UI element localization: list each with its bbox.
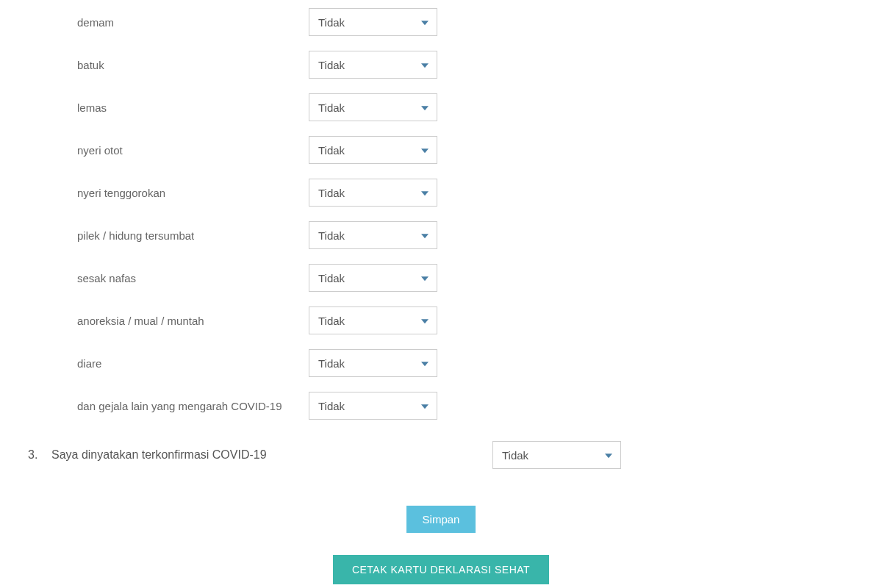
- select-wrap: Tidak: [309, 264, 437, 292]
- select-wrap: Tidak: [309, 306, 437, 334]
- symptom-select-nyeri-tenggorokan[interactable]: Tidak: [309, 179, 437, 207]
- symptom-row-nyeri-tenggorokan: nyeri tenggorokan Tidak: [22, 178, 860, 207]
- symptom-label: lemas: [22, 101, 309, 114]
- symptom-select-lemas[interactable]: Tidak: [309, 93, 437, 121]
- symptom-row-nyeri-otot: nyeri otot Tidak: [22, 135, 860, 165]
- symptom-label: dan gejala lain yang mengarah COVID-19: [22, 400, 309, 412]
- symptom-select-sesak-nafas[interactable]: Tidak: [309, 264, 437, 292]
- symptom-row-lemas: lemas Tidak: [22, 93, 860, 122]
- symptom-row-anoreksia: anoreksia / mual / muntah Tidak: [22, 306, 860, 335]
- symptom-row-pilek: pilek / hidung tersumbat Tidak: [22, 220, 860, 250]
- select-wrap: Tidak: [309, 8, 437, 36]
- select-wrap: Tidak: [309, 136, 437, 164]
- symptom-row-diare: diare Tidak: [22, 348, 860, 378]
- symptom-label: diare: [22, 357, 309, 370]
- symptom-list: demam Tidak batuk Tidak lemas Tidak nyer…: [22, 7, 860, 420]
- symptom-row-demam: demam Tidak: [22, 7, 860, 37]
- symptom-row-sesak-nafas: sesak nafas Tidak: [22, 263, 860, 293]
- simpan-button[interactable]: Simpan: [406, 506, 476, 533]
- symptom-select-pilek[interactable]: Tidak: [309, 221, 437, 249]
- symptom-label: batuk: [22, 59, 309, 71]
- symptom-row-gejala-lain: dan gejala lain yang mengarah COVID-19 T…: [22, 391, 860, 420]
- symptom-label: nyeri otot: [22, 144, 309, 157]
- symptom-select-batuk[interactable]: Tidak: [309, 51, 437, 79]
- question-3-row: 3. Saya dinyatakan terkonfirmasi COVID-1…: [22, 441, 860, 469]
- question-text: Saya dinyatakan terkonfirmasi COVID-19: [51, 448, 492, 462]
- select-wrap: Tidak: [492, 441, 621, 469]
- symptom-select-anoreksia[interactable]: Tidak: [309, 306, 437, 334]
- buttons-area: Simpan CETAK KARTU DEKLARASI SEHAT: [22, 506, 860, 584]
- symptom-select-nyeri-otot[interactable]: Tidak: [309, 136, 437, 164]
- symptom-select-demam[interactable]: Tidak: [309, 8, 437, 36]
- symptom-label: anoreksia / mual / muntah: [22, 315, 309, 327]
- symptom-select-diare[interactable]: Tidak: [309, 349, 437, 377]
- symptom-label: pilek / hidung tersumbat: [22, 229, 309, 242]
- select-wrap: Tidak: [309, 392, 437, 420]
- symptom-label: nyeri tenggorokan: [22, 187, 309, 199]
- question-number: 3.: [22, 448, 51, 462]
- cetak-kartu-button[interactable]: CETAK KARTU DEKLARASI SEHAT: [333, 555, 549, 584]
- select-wrap: Tidak: [309, 51, 437, 79]
- question-3-select[interactable]: Tidak: [492, 441, 621, 469]
- symptom-label: demam: [22, 16, 309, 29]
- select-wrap: Tidak: [309, 93, 437, 121]
- select-wrap: Tidak: [309, 349, 437, 377]
- symptom-row-batuk: batuk Tidak: [22, 50, 860, 79]
- select-wrap: Tidak: [309, 221, 437, 249]
- symptom-label: sesak nafas: [22, 272, 309, 284]
- select-wrap: Tidak: [309, 179, 437, 207]
- symptom-select-gejala-lain[interactable]: Tidak: [309, 392, 437, 420]
